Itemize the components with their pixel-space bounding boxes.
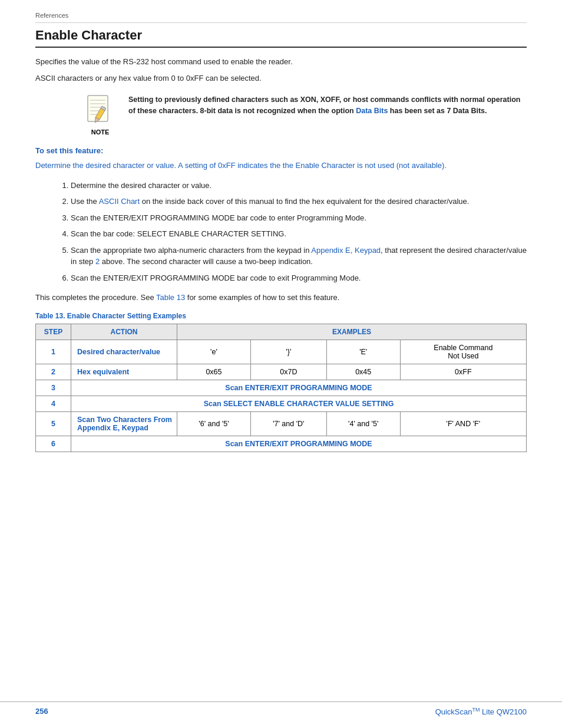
row5-ex4: 'F' AND 'F' — [400, 411, 526, 436]
row2-ex1: 0x65 — [177, 364, 251, 380]
row3-full: Scan ENTER/EXIT PROGRAMMING MODE — [71, 380, 527, 396]
step-ref-2: 2 — [95, 257, 100, 266]
row5-ex2: '7' and 'D' — [250, 411, 326, 436]
col-header-step: STEP — [36, 324, 71, 340]
footer-product-name: QuickScanTM Lite QW2100 — [435, 707, 527, 716]
row5-action: Scan Two Characters FromAppendix E, Keyp… — [71, 411, 177, 436]
to-set-label: To set this feature: — [35, 146, 527, 155]
row3-step: 3 — [36, 380, 71, 396]
table-row: 5 Scan Two Characters FromAppendix E, Ke… — [36, 411, 527, 436]
completes-text: This completes the procedure. See Table … — [35, 292, 527, 304]
col-header-examples: EXAMPLES — [177, 324, 527, 340]
appendix-e-table-link[interactable]: Appendix E, Keypad — [77, 424, 148, 432]
row5-ex1: '6' and '5' — [177, 411, 251, 436]
step-3: Scan the ENTER/EXIT PROGRAMMING MODE bar… — [71, 212, 527, 224]
row2-ex4: 0xFF — [400, 364, 526, 380]
row1-ex4: Enable CommandNot Used — [400, 340, 526, 364]
step-6: Scan the ENTER/EXIT PROGRAMMING MODE bar… — [71, 272, 527, 284]
appendix-e-link[interactable]: Appendix E, Keypad — [311, 246, 381, 255]
note-box: NOTE Setting to previously defined chara… — [82, 94, 527, 136]
row1-action: Desired character/value — [71, 340, 177, 364]
row6-full: Scan ENTER/EXIT PROGRAMMING MODE — [71, 436, 527, 452]
page: References Enable Character Specifies th… — [0, 0, 562, 728]
para1: Specifies the value of the RS-232 host c… — [35, 56, 527, 68]
para2: ASCII characters or any hex value from 0… — [35, 73, 527, 84]
page-title: Enable Character — [35, 28, 527, 48]
row4-full: Scan SELECT ENABLE CHARACTER VALUE SETTI… — [71, 396, 527, 411]
row6-step: 6 — [36, 436, 71, 452]
row4-step: 4 — [36, 396, 71, 411]
determine-text: Determine the desired character or value… — [35, 160, 527, 172]
table-row: 4 Scan SELECT ENABLE CHARACTER VALUE SET… — [36, 396, 527, 411]
footer: 256 QuickScanTM Lite QW2100 — [0, 701, 562, 716]
note-label: NOTE — [91, 129, 110, 136]
note-icon-container: NOTE — [82, 94, 118, 136]
row2-ex2: 0x7D — [250, 364, 326, 380]
ascii-chart-link[interactable]: ASCII Chart — [99, 197, 140, 206]
breadcrumb: References — [35, 12, 527, 23]
table-row: 2 Hex equivalent 0x65 0x7D 0x45 0xFF — [36, 364, 527, 380]
note-icon — [84, 94, 116, 126]
row1-ex3: 'E' — [326, 340, 400, 364]
examples-table: STEP ACTION EXAMPLES 1 Desired character… — [35, 324, 527, 452]
step-4: Scan the bar code: SELECT ENABLE CHARACT… — [71, 228, 527, 240]
table-row: 1 Desired character/value 'e' '}' 'E' En… — [36, 340, 527, 364]
footer-page-number: 256 — [35, 707, 48, 716]
row1-ex2: '}' — [250, 340, 326, 364]
col-header-action: ACTION — [71, 324, 177, 340]
table-row: 6 Scan ENTER/EXIT PROGRAMMING MODE — [36, 436, 527, 452]
row5-step: 5 — [36, 411, 71, 436]
note-text: Setting to previously defined characters… — [128, 94, 527, 117]
row2-step: 2 — [36, 364, 71, 380]
row5-ex3: '4' and '5' — [326, 411, 400, 436]
row1-ex1: 'e' — [177, 340, 251, 364]
table-title: Table 13. Enable Character Setting Examp… — [35, 312, 527, 320]
row2-action: Hex equivalent — [71, 364, 177, 380]
table-row: 3 Scan ENTER/EXIT PROGRAMMING MODE — [36, 380, 527, 396]
row2-ex3: 0x45 — [326, 364, 400, 380]
step-1: Determine the desired character or value… — [71, 180, 527, 192]
table13-link[interactable]: Table 13 — [156, 293, 185, 302]
steps-list: Determine the desired character or value… — [71, 180, 527, 284]
step-5: Scan the appropriate two alpha-numeric c… — [71, 245, 527, 268]
note-link-databits[interactable]: Data Bits — [356, 107, 388, 115]
step-2: Use the ASCII Chart on the inside back c… — [71, 196, 527, 207]
row1-step: 1 — [36, 340, 71, 364]
